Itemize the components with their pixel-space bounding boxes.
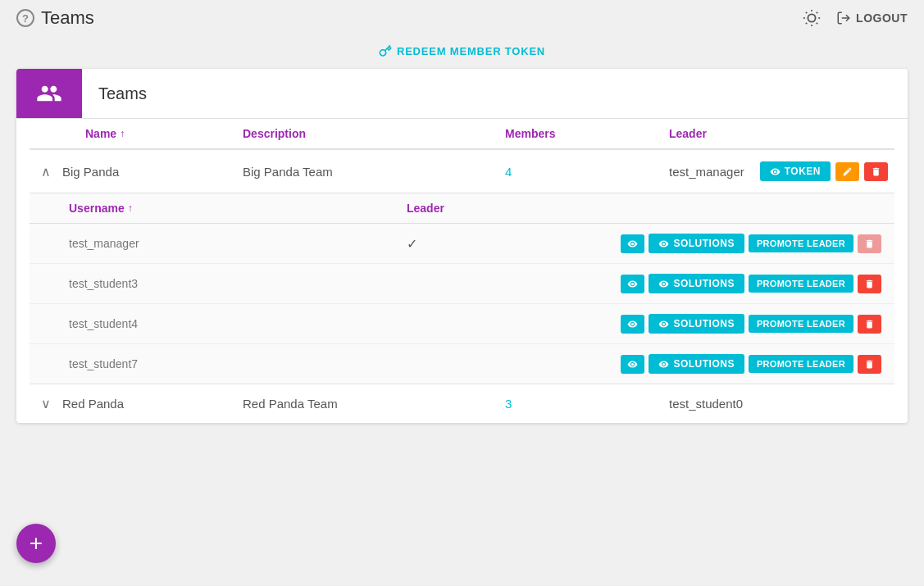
remove-member-button-test-manager[interactable] <box>858 234 881 253</box>
team-leader-big-panda: test_manager <box>669 165 744 179</box>
col-header-description: Description <box>243 127 456 140</box>
solutions-label-s3: SOLUTIONS <box>673 278 735 289</box>
page-title: Teams <box>41 7 94 29</box>
team-members-count-big-panda[interactable]: 4 <box>456 165 653 179</box>
card-title: Teams <box>82 84 147 103</box>
members-col-leader: Leader <box>407 202 894 215</box>
solutions-label-s7: SOLUTIONS <box>673 358 735 370</box>
member-actions-test-manager: SOLUTIONS PROMOTE LEADER <box>621 234 888 253</box>
sort-arrow-name: ↑ <box>120 128 125 139</box>
team-toggle-big-panda[interactable]: ∧ <box>30 164 62 179</box>
promote-leader-button-test-student4[interactable]: PROMOTE LEADER <box>749 315 853 333</box>
member-row-test-student7: test_student7 SOLUTIONS <box>30 344 894 384</box>
team-leader-red-panda: test_student0 <box>669 397 743 411</box>
team-row-main-red-panda: ∨ Red Panda Red Panda Team 3 test_studen… <box>30 384 894 423</box>
remove-member-button-test-student3[interactable] <box>858 275 881 293</box>
solutions-button-test-student4[interactable]: SOLUTIONS <box>649 314 744 334</box>
redeem-bar: REDEEM MEMBER TOKEN <box>0 36 924 69</box>
team-name-red-panda: Red Panda <box>62 397 243 411</box>
col-header-name[interactable]: Name ↑ <box>62 127 243 140</box>
column-headers: Name ↑ Description Members Leader <box>30 119 894 150</box>
delete-button-big-panda[interactable] <box>864 162 888 181</box>
solutions-button-test-manager[interactable]: SOLUTIONS <box>649 234 744 253</box>
token-btn-label: TOKEN <box>785 166 821 177</box>
member-actions-test-student3: SOLUTIONS PROMOTE LEADER <box>621 274 888 293</box>
page-header: ? Teams LOGOUT <box>0 0 924 36</box>
col-header-members: Members <box>456 127 653 140</box>
team-row-red-panda: ∨ Red Panda Red Panda Team 3 test_studen… <box>16 384 908 423</box>
add-team-fab[interactable]: + <box>16 524 56 563</box>
solutions-button-test-student7[interactable]: SOLUTIONS <box>649 354 744 374</box>
svg-point-0 <box>808 14 816 21</box>
member-username-test-manager: test_manager <box>62 237 407 250</box>
member-actions-test-student7: SOLUTIONS PROMOTE LEADER <box>621 354 888 374</box>
member-row-test-student3: test_student3 SOLUTIONS <box>30 264 894 304</box>
team-actions-big-panda: TOKEN <box>760 161 894 181</box>
redeem-token-link[interactable]: REDEEM MEMBER TOKEN <box>379 44 545 57</box>
fab-icon: + <box>30 532 43 555</box>
member-username-test-student3: test_student3 <box>62 277 407 290</box>
promote-leader-button-test-student7[interactable]: PROMOTE LEADER <box>749 355 853 373</box>
redeem-label: REDEEM MEMBER TOKEN <box>397 45 545 57</box>
team-description-red-panda: Red Panda Team <box>243 397 456 411</box>
header-left: ? Teams <box>16 7 94 29</box>
header-right: LOGOUT <box>800 7 908 30</box>
svg-line-8 <box>817 12 817 13</box>
members-section-big-panda: Username ↑ Leader test_manager ✓ <box>30 193 894 384</box>
team-description-big-panda: Big Panda Team <box>243 165 456 179</box>
teams-icon <box>16 69 82 118</box>
members-col-username: Username ↑ <box>62 202 407 215</box>
main-card: Teams Name ↑ Description Members Leader … <box>16 69 908 423</box>
svg-line-7 <box>806 23 807 24</box>
team-row-main: ∧ Big Panda Big Panda Team 4 test_manage… <box>30 150 894 193</box>
solutions-button-test-student3[interactable]: SOLUTIONS <box>649 274 744 293</box>
edit-button-big-panda[interactable] <box>835 162 859 181</box>
members-column-headers: Username ↑ Leader <box>30 193 894 224</box>
member-username-test-student4: test_student4 <box>62 317 407 330</box>
logout-button[interactable]: LOGOUT <box>836 11 908 25</box>
logout-label: LOGOUT <box>856 11 908 25</box>
view-button-test-manager[interactable] <box>621 234 644 253</box>
svg-line-4 <box>817 23 817 24</box>
promote-leader-button-test-manager[interactable]: PROMOTE LEADER <box>749 234 853 252</box>
card-header: Teams <box>16 69 908 119</box>
solutions-label-s4: SOLUTIONS <box>673 318 735 329</box>
team-name-big-panda: Big Panda <box>62 165 243 179</box>
token-button-big-panda[interactable]: TOKEN <box>760 161 831 181</box>
team-row-big-panda: ∧ Big Panda Big Panda Team 4 test_manage… <box>16 150 908 384</box>
member-row-test-student4: test_student4 SOLUTIONS <box>30 304 894 344</box>
theme-icon[interactable] <box>800 7 823 30</box>
col-header-leader: Leader <box>653 127 894 140</box>
leader-checkmark-test-manager: ✓ <box>407 236 417 252</box>
promote-leader-button-test-student3[interactable]: PROMOTE LEADER <box>749 275 853 293</box>
team-members-count-red-panda[interactable]: 3 <box>456 397 653 411</box>
view-button-test-student3[interactable] <box>621 275 644 293</box>
member-actions-test-student4: SOLUTIONS PROMOTE LEADER <box>621 314 888 334</box>
member-username-test-student7: test_student7 <box>62 357 407 370</box>
solutions-label: SOLUTIONS <box>673 238 735 249</box>
remove-member-button-test-student7[interactable] <box>858 355 881 374</box>
help-icon[interactable]: ? <box>16 9 34 27</box>
team-toggle-red-panda[interactable]: ∨ <box>30 396 62 411</box>
remove-member-button-test-student4[interactable] <box>858 315 881 334</box>
svg-line-3 <box>806 12 807 13</box>
view-button-test-student4[interactable] <box>621 315 644 334</box>
member-row-test-manager: test_manager ✓ SOLUTION <box>30 224 894 264</box>
view-button-test-student7[interactable] <box>621 355 644 374</box>
